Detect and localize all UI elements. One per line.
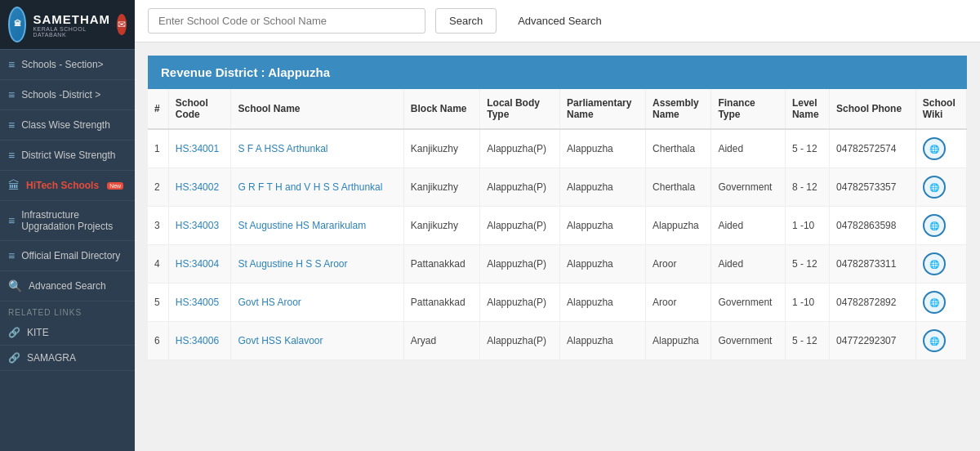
cell-phone: 04782863598 — [830, 207, 916, 245]
cell-code[interactable]: HS:34003 — [168, 207, 231, 245]
sidebar-label: Class Wise Strength — [21, 119, 110, 131]
cell-assembly: Alappuzha — [646, 322, 711, 360]
cell-num: 4 — [148, 245, 168, 284]
wiki-icon[interactable]: 🌐 — [923, 329, 946, 352]
cell-finance: Government — [711, 322, 785, 360]
wiki-icon[interactable]: 🌐 — [923, 252, 946, 275]
col-name: School Name — [231, 89, 403, 129]
cell-assembly: Cherthala — [646, 129, 711, 168]
sidebar-label: Infrastructure Upgradation Projects — [21, 209, 127, 232]
samagra-label: SAMAGRA — [27, 352, 76, 364]
cell-num: 1 — [148, 129, 168, 168]
cell-block: Kanjikuzhy — [403, 129, 479, 168]
col-level: LevelName — [785, 89, 829, 129]
cell-num: 5 — [148, 284, 168, 322]
sidebar-item-advanced-search[interactable]: 🔍 Advanced Search — [0, 271, 135, 301]
cell-wiki[interactable]: 🌐 — [915, 245, 966, 284]
table-row: 1 HS:34001 S F A HSS Arthunkal Kanjikuzh… — [148, 129, 967, 168]
sidebar-label: Advanced Search — [29, 280, 106, 292]
logo-name: SAMETHAM — [33, 12, 110, 26]
search-icon: 🔍 — [8, 279, 22, 292]
cell-wiki[interactable]: 🌐 — [915, 322, 966, 360]
sidebar-label: Official Email Directory — [21, 250, 120, 261]
sidebar-label: Schools - Section> — [21, 59, 103, 70]
sidebar-item-official-email[interactable]: ≡ Official Email Directory — [0, 241, 135, 271]
mail-icon[interactable]: ✉ — [117, 14, 127, 35]
cell-local-body: Alappuzha(P) — [480, 207, 560, 245]
sidebar-item-district-wise[interactable]: ≡ District Wise Strength — [0, 141, 135, 171]
cell-num: 2 — [148, 168, 168, 207]
cell-block: Aryad — [403, 322, 479, 360]
content-area: Revenue District : Alappuzha # SchoolCod… — [135, 42, 980, 451]
kite-label: KITE — [27, 327, 49, 338]
wiki-icon[interactable]: 🌐 — [923, 176, 946, 199]
col-assembly: AssemblyName — [646, 89, 711, 129]
cell-wiki[interactable]: 🌐 — [915, 284, 966, 322]
advanced-search-button[interactable]: Advanced Search — [506, 9, 613, 33]
cell-block: Kanjikuzhy — [403, 168, 479, 207]
cell-name[interactable]: Govt HSS Kalavoor — [231, 322, 403, 360]
table-header-row: # SchoolCode School Name Block Name Loca… — [148, 89, 967, 129]
search-button[interactable]: Search — [435, 8, 497, 33]
cell-block: Pattanakkad — [403, 284, 479, 322]
sidebar-item-schools-district[interactable]: ≡ Schools -District > — [0, 80, 135, 110]
sidebar-label: Schools -District > — [21, 89, 100, 100]
cell-assembly: Aroor — [646, 245, 711, 284]
menu-icon: ≡ — [8, 149, 15, 162]
cell-level: 1 -10 — [785, 284, 829, 322]
search-input[interactable] — [148, 8, 425, 33]
logo-text-block: SAMETHAM KERALA SCHOOL DATABANK — [33, 12, 110, 38]
menu-icon: ≡ — [8, 249, 15, 262]
link-icon: 🔗 — [8, 352, 20, 364]
sidebar-item-schools-section[interactable]: ≡ Schools - Section> — [0, 50, 135, 80]
wiki-icon[interactable]: 🌐 — [923, 291, 946, 314]
col-finance: FinanceType — [711, 89, 785, 129]
cell-num: 6 — [148, 322, 168, 360]
cell-parliamentary: Alappuzha — [560, 129, 646, 168]
logo-icon: 🏛 — [8, 7, 26, 42]
cell-name[interactable]: G R F T H and V H S S Arthunkal — [231, 168, 403, 207]
col-block: Block Name — [403, 89, 479, 129]
cell-name[interactable]: S F A HSS Arthunkal — [231, 129, 403, 168]
cell-name[interactable]: St Augustine H S S Aroor — [231, 245, 403, 284]
cell-phone: 04782873311 — [830, 245, 916, 284]
col-wiki: SchoolWiki — [915, 89, 966, 129]
col-parliamentary: ParliamentaryName — [560, 89, 646, 129]
wiki-icon[interactable]: 🌐 — [923, 137, 946, 160]
cell-finance: Government — [711, 284, 785, 322]
col-phone: School Phone — [830, 89, 916, 129]
menu-icon: ≡ — [8, 88, 15, 101]
cell-name[interactable]: Govt HS Aroor — [231, 284, 403, 322]
col-local-body: Local BodyType — [480, 89, 560, 129]
table-row: 3 HS:34003 St Augustine HS Mararikulam K… — [148, 207, 967, 245]
cell-name[interactable]: St Augustine HS Mararikulam — [231, 207, 403, 245]
related-links-label: RELATED LINKS — [0, 301, 135, 320]
cell-code[interactable]: HS:34006 — [168, 322, 231, 360]
cell-code[interactable]: HS:34002 — [168, 168, 231, 207]
sidebar: 🏛 SAMETHAM KERALA SCHOOL DATABANK ✉ ≡ Sc… — [0, 0, 135, 451]
sidebar-item-infrastructure[interactable]: ≡ Infrastructure Upgradation Projects — [0, 201, 135, 241]
cell-code[interactable]: HS:34004 — [168, 245, 231, 284]
cell-assembly: Cherthala — [646, 168, 711, 207]
sidebar-logo: 🏛 SAMETHAM KERALA SCHOOL DATABANK ✉ — [0, 0, 135, 50]
cell-parliamentary: Alappuzha — [560, 207, 646, 245]
sidebar-item-samagra[interactable]: 🔗 SAMAGRA — [0, 346, 135, 371]
cell-phone: 04782573357 — [830, 168, 916, 207]
cell-block: Pattanakkad — [403, 245, 479, 284]
sidebar-item-kite[interactable]: 🔗 KITE — [0, 320, 135, 346]
cell-code[interactable]: HS:34005 — [168, 284, 231, 322]
cell-assembly: Alappuzha — [646, 207, 711, 245]
cell-finance: Aided — [711, 129, 785, 168]
menu-icon: ≡ — [8, 58, 15, 71]
cell-phone: 04782872892 — [830, 284, 916, 322]
cell-wiki[interactable]: 🌐 — [915, 207, 966, 245]
sidebar-item-hitech[interactable]: 🏛 HiTech Schools New — [0, 171, 135, 201]
cell-wiki[interactable]: 🌐 — [915, 168, 966, 207]
cell-code[interactable]: HS:34001 — [168, 129, 231, 168]
revenue-district-header: Revenue District : Alappuzha — [148, 56, 967, 89]
cell-wiki[interactable]: 🌐 — [915, 129, 966, 168]
wiki-icon[interactable]: 🌐 — [923, 214, 946, 237]
sidebar-item-class-wise[interactable]: ≡ Class Wise Strength — [0, 110, 135, 141]
cell-finance: Aided — [711, 245, 785, 284]
col-code: SchoolCode — [168, 89, 231, 129]
